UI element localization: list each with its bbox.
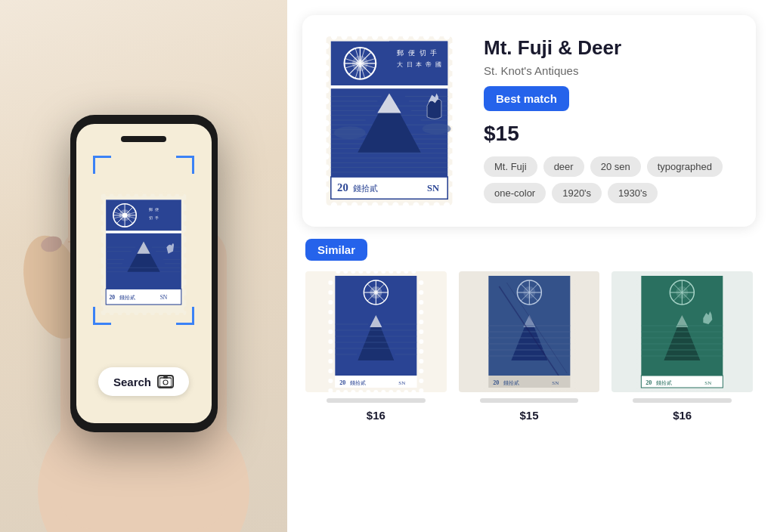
svg-point-118	[413, 202, 419, 208]
svg-point-313	[504, 390, 509, 392]
svg-point-223	[328, 339, 333, 344]
svg-point-247	[381, 390, 385, 392]
similar-item-1[interactable]: 20 錢拾貳 SN $16	[305, 271, 447, 422]
svg-point-350	[673, 271, 677, 274]
svg-point-303	[572, 320, 577, 324]
svg-point-123	[323, 54, 329, 60]
svg-text:錢拾貳: 錢拾貳	[350, 380, 366, 386]
right-section: 郵 便 切 手 大 日 本 帝 國	[287, 0, 774, 532]
svg-point-246	[373, 390, 378, 392]
tag-1920s[interactable]: 1920's	[552, 183, 602, 203]
svg-point-391	[718, 390, 723, 392]
svg-point-280	[519, 271, 524, 274]
camera-search-icon	[157, 375, 174, 388]
svg-point-353	[695, 271, 700, 274]
svg-point-201	[423, 123, 451, 135]
svg-point-321	[565, 390, 569, 392]
similar-badge: Similar	[305, 239, 367, 261]
svg-point-99	[341, 33, 347, 39]
svg-text:SN: SN	[427, 183, 439, 193]
svg-text:郵: 郵	[397, 49, 404, 57]
svg-point-138	[449, 65, 455, 71]
svg-text:20: 20	[337, 181, 348, 193]
svg-point-124	[323, 65, 329, 71]
tag-deer[interactable]: deer	[543, 156, 584, 177]
svg-point-380	[726, 388, 730, 392]
svg-point-217	[328, 280, 333, 285]
svg-point-279	[512, 271, 516, 274]
svg-point-110	[331, 202, 337, 208]
svg-point-370	[726, 290, 730, 295]
svg-point-356	[718, 271, 723, 274]
similar-item-3[interactable]: 20 錢拾貳 SN $16	[611, 271, 753, 422]
svg-point-383	[658, 390, 662, 392]
search-button[interactable]: Search	[98, 367, 189, 396]
svg-text:大: 大	[397, 61, 403, 68]
similar-stamp-3: 20 錢拾貳 SN	[611, 271, 753, 392]
svg-point-354	[703, 271, 707, 274]
phone-notch	[121, 136, 166, 142]
similar-bar-3	[633, 398, 732, 403]
similar-bar-2	[480, 398, 579, 403]
stamp-details: Mt. Fuji & Deer St. Knot's Antiques Best…	[484, 30, 741, 203]
tag-typographed[interactable]: typographed	[647, 156, 723, 177]
svg-point-144	[449, 131, 455, 138]
svg-point-111	[341, 202, 347, 208]
svg-point-378	[726, 369, 730, 373]
svg-point-285	[557, 271, 562, 274]
svg-point-293	[481, 339, 486, 344]
svg-point-358	[635, 290, 639, 295]
svg-point-352	[688, 271, 692, 274]
svg-point-216	[411, 271, 416, 274]
svg-point-236	[419, 349, 423, 354]
svg-point-221	[328, 320, 333, 324]
tag-20sen[interactable]: 20 sen	[590, 156, 641, 177]
svg-point-362	[635, 329, 639, 334]
tag-mt-fuji[interactable]: Mt. Fuji	[484, 156, 537, 177]
svg-point-286	[565, 271, 569, 274]
svg-point-235	[419, 339, 423, 344]
svg-point-100	[351, 33, 358, 39]
main-stamp-display: 郵 便 切 手 大 日 本 帝 國	[317, 30, 469, 212]
phone-screen: 郵 便 切 手	[76, 124, 212, 423]
svg-point-104	[392, 33, 398, 39]
svg-point-318	[542, 390, 546, 392]
svg-point-251	[411, 390, 416, 392]
svg-point-367	[635, 379, 639, 383]
svg-point-281	[527, 271, 531, 274]
svg-point-276	[489, 271, 494, 274]
best-match-card: 郵 便 切 手 大 日 本 帝 國	[302, 15, 756, 227]
tag-1930s[interactable]: 1930's	[608, 183, 658, 203]
svg-point-287	[481, 280, 486, 285]
stamp-seller: St. Knot's Antiques	[484, 64, 741, 77]
svg-text:SN: SN	[398, 380, 405, 386]
svg-point-290	[481, 310, 486, 314]
similar-item-2[interactable]: 20 錢拾貳 SN $15	[459, 271, 600, 422]
svg-point-289	[481, 300, 486, 305]
svg-point-363	[635, 339, 639, 344]
svg-point-365	[635, 359, 639, 363]
tag-one-color[interactable]: one-color	[484, 183, 546, 203]
svg-point-278	[504, 271, 509, 274]
svg-point-140	[449, 87, 455, 93]
svg-point-377	[726, 359, 730, 363]
svg-point-112	[351, 202, 358, 208]
svg-point-208	[351, 271, 355, 274]
svg-text:錢拾貳: 錢拾貳	[353, 184, 378, 193]
svg-point-360	[635, 310, 639, 314]
svg-point-245	[366, 390, 370, 392]
phone-section: 郵 便 切 手	[0, 0, 287, 532]
svg-point-292	[481, 329, 486, 334]
svg-point-113	[361, 202, 367, 208]
similar-items-list: 20 錢拾貳 SN $16	[305, 271, 753, 422]
svg-text:國: 國	[435, 61, 441, 68]
svg-point-368	[635, 388, 639, 392]
svg-point-228	[328, 388, 333, 392]
svg-point-148	[449, 175, 455, 181]
svg-point-128	[323, 109, 329, 115]
best-match-badge[interactable]: Best match	[484, 86, 569, 111]
svg-point-129	[323, 120, 329, 126]
svg-point-103	[382, 33, 389, 39]
tags-container: Mt. Fuji deer 20 sen typographed one-col…	[484, 156, 741, 203]
svg-point-106	[413, 33, 419, 39]
